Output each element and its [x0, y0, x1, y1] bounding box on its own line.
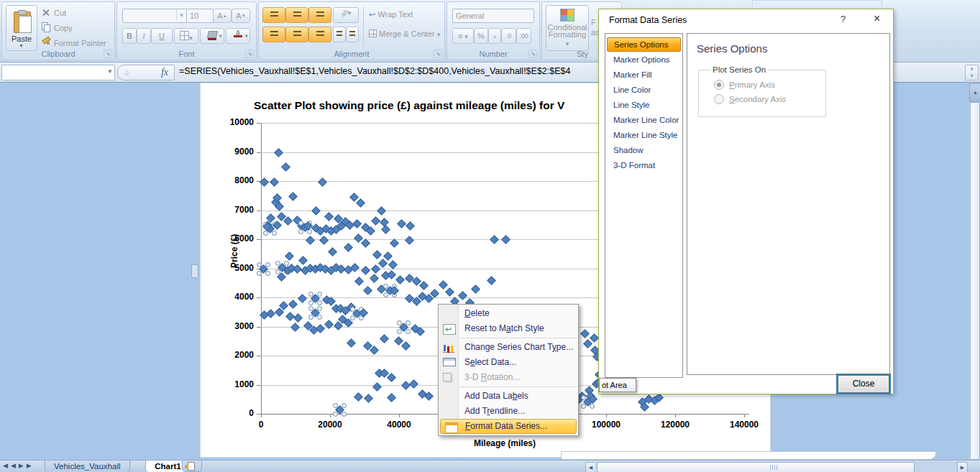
wrap-text-button[interactable]: ↩ Wrap Text: [369, 10, 413, 19]
percent-style-button[interactable]: %: [474, 28, 488, 44]
borders-button[interactable]: ▾: [174, 28, 198, 44]
font-name-dropdown-icon[interactable]: ▼: [176, 10, 186, 20]
data-point[interactable]: [371, 216, 380, 226]
data-point[interactable]: [319, 177, 328, 187]
sheet-nav-buttons[interactable]: ◀◀▶▶: [3, 462, 35, 469]
dialog-nav-line-color[interactable]: Line Color: [607, 83, 681, 97]
align-top-button[interactable]: [262, 7, 285, 23]
name-box-dropdown-icon[interactable]: ▼: [107, 68, 113, 75]
data-point[interactable]: [363, 286, 372, 295]
scroll-left-button[interactable]: ◀: [585, 462, 596, 472]
paste-dropdown-arrow[interactable]: ▼: [19, 43, 24, 48]
data-point[interactable]: [281, 162, 290, 172]
dialog-nav-marker-fill[interactable]: Marker Fill: [607, 68, 681, 82]
y-axis-title[interactable]: Price (£): [229, 234, 239, 268]
data-point[interactable]: [285, 251, 294, 261]
data-point[interactable]: [372, 383, 382, 392]
dialog-help-button[interactable]: ?: [841, 14, 846, 24]
data-point[interactable]: [319, 236, 329, 245]
conditional-formatting-button[interactable]: Conditional Formatting ▾: [546, 5, 589, 51]
format-painter-button[interactable]: Format Painter: [54, 39, 106, 47]
menu-item-add-trendline[interactable]: Add Trendline...: [439, 404, 578, 419]
data-point[interactable]: [640, 403, 649, 412]
orientation-button[interactable]: ab▾: [333, 7, 359, 23]
format-as-table-fragment[interactable]: F: [591, 18, 596, 27]
data-point[interactable]: [501, 235, 510, 244]
data-point[interactable]: [381, 225, 390, 234]
data-point[interactable]: [349, 193, 359, 202]
data-point[interactable]: [439, 280, 449, 290]
data-point[interactable]: [487, 276, 496, 285]
align-left-button[interactable]: [262, 27, 285, 42]
radio-icon[interactable]: [714, 94, 724, 104]
data-point[interactable]: [311, 206, 321, 216]
data-point[interactable]: [371, 264, 380, 274]
data-point[interactable]: [406, 236, 415, 245]
menu-item-change-series-chart-type[interactable]: Change Series Chart Type...: [439, 340, 578, 355]
data-point[interactable]: [306, 236, 315, 245]
formula-bar-expand-button[interactable]: ∨∨: [965, 65, 979, 80]
dialog-nav-line-style[interactable]: Line Style: [607, 98, 681, 112]
radio-secondary-axis[interactable]: Secondary Axis: [707, 93, 817, 107]
menu-item-reset-to-match-style[interactable]: Reset to Match Style: [439, 321, 578, 336]
merge-center-button[interactable]: Merge & Center ▾: [369, 29, 440, 38]
data-point[interactable]: [354, 277, 364, 287]
paste-button[interactable]: Paste ▼: [6, 5, 37, 51]
data-point[interactable]: [270, 177, 279, 187]
data-point[interactable]: [288, 300, 298, 310]
chart-title[interactable]: Scatter Plot showing price (£) against m…: [254, 99, 564, 112]
dialog-close-icon[interactable]: ×: [874, 12, 880, 25]
dialog-nav-shadow[interactable]: Shadow: [607, 143, 681, 157]
clipboard-dialog-launcher[interactable]: ↘: [104, 50, 112, 58]
data-point[interactable]: [388, 270, 397, 279]
underline-button[interactable]: U: [151, 28, 173, 44]
data-point[interactable]: [471, 284, 480, 294]
comma-style-button[interactable]: ,: [488, 28, 501, 44]
data-point[interactable]: [406, 221, 415, 231]
data-point[interactable]: [580, 329, 590, 338]
horizontal-scrollbar[interactable]: ◀ ▶: [580, 461, 969, 472]
insert-function-button[interactable]: fx: [161, 67, 168, 78]
menu-item-format-data-series[interactable]: Format Data Series...: [440, 419, 577, 434]
data-point[interactable]: [409, 380, 418, 389]
increase-decimal-button[interactable]: .0: [501, 28, 516, 44]
data-point[interactable]: [364, 394, 373, 403]
data-point[interactable]: [396, 276, 406, 285]
data-point[interactable]: [354, 392, 363, 402]
data-point[interactable]: [324, 212, 334, 221]
font-dialog-launcher[interactable]: ↘: [245, 50, 254, 58]
shrink-font-button[interactable]: A▼: [232, 9, 250, 23]
fill-color-button[interactable]: ▾: [200, 28, 224, 44]
font-name-combo[interactable]: ▼: [122, 9, 188, 23]
data-point[interactable]: [401, 381, 411, 391]
data-point[interactable]: [356, 198, 365, 208]
vertical-scroll-thumb[interactable]: [970, 102, 980, 460]
data-point[interactable]: [370, 274, 379, 283]
dialog-nav-3-d-format[interactable]: 3-D Format: [607, 158, 681, 172]
alignment-dialog-launcher[interactable]: ↘: [434, 50, 442, 58]
data-point[interactable]: [583, 340, 592, 349]
horizontal-scroll-thumb[interactable]: [597, 462, 915, 472]
decrease-indent-button[interactable]: [333, 27, 346, 42]
align-center-button[interactable]: [285, 27, 308, 42]
data-point[interactable]: [260, 177, 269, 187]
font-size-combo[interactable]: 10: [186, 9, 214, 23]
sheet-tab-vehicles_vauxhall[interactable]: Vehicles_Vauxhall: [45, 461, 130, 472]
data-point[interactable]: [324, 320, 334, 329]
dialog-nav-marker-line-style[interactable]: Marker Line Style: [607, 128, 681, 142]
number-format-combo[interactable]: General: [452, 9, 534, 23]
menu-item-delete[interactable]: Delete: [439, 306, 578, 321]
radio-primary-axis[interactable]: Primary Axis: [707, 78, 817, 93]
data-point[interactable]: [380, 334, 389, 343]
data-point[interactable]: [490, 235, 499, 244]
dialog-nav-marker-line-color[interactable]: Marker Line Color: [607, 113, 681, 127]
data-point[interactable]: [298, 294, 307, 303]
number-dialog-launcher[interactable]: ↘: [528, 50, 537, 58]
split-handle[interactable]: [191, 264, 198, 278]
radio-icon[interactable]: [714, 80, 724, 90]
data-point[interactable]: [274, 148, 283, 157]
data-point[interactable]: [294, 313, 303, 323]
accounting-format-button[interactable]: ¤ ▾: [452, 28, 474, 44]
bold-button[interactable]: B: [122, 28, 137, 44]
font-color-button[interactable]: A▾: [226, 28, 250, 44]
